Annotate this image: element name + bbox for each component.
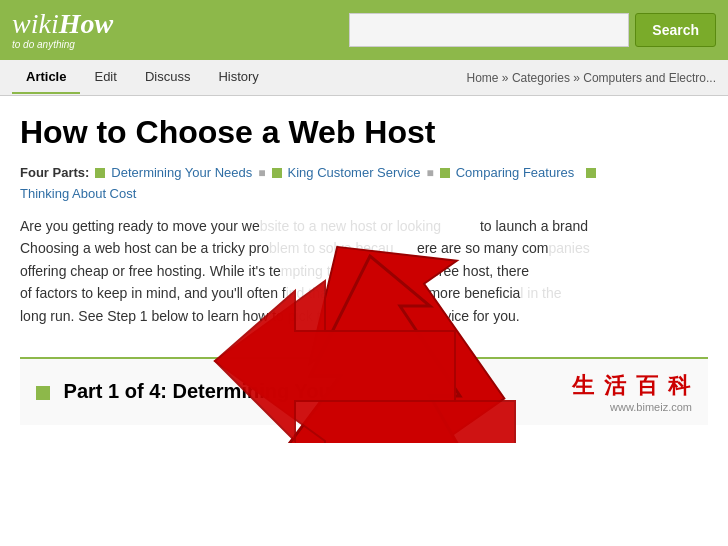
logo[interactable]: wikiHow to do anything (12, 10, 113, 50)
tab-discuss[interactable]: Discuss (131, 61, 205, 94)
article-title: How to Choose a Web Host (20, 114, 708, 151)
four-parts: Four Parts: Determining Your Needs ■ Kin… (20, 165, 708, 201)
logo-tagline: to do anything (12, 40, 113, 50)
part-link-2[interactable]: King Customer Service (288, 165, 421, 180)
tab-history[interactable]: History (204, 61, 272, 94)
breadcrumb-categories[interactable]: Categories (512, 71, 570, 85)
search-area: Search (349, 13, 716, 47)
breadcrumb-current: Computers and Electro... (583, 71, 716, 85)
site-url: www.bimeiz.com (572, 401, 692, 413)
tab-edit[interactable]: Edit (80, 61, 130, 94)
nav-left: Article Edit Discuss History (12, 61, 273, 94)
tab-article[interactable]: Article (12, 61, 80, 94)
part-link-1[interactable]: Determining Your Needs (111, 165, 252, 180)
article-content: How to Choose a Web Host Four Parts: Det… (0, 96, 728, 443)
nav-tabs: Article Edit Discuss History Home » Cate… (0, 60, 728, 96)
site-header: wikiHow to do anything Search (0, 0, 728, 60)
search-button[interactable]: Search (635, 13, 716, 47)
intro-text: Are you getting ready to move your websi… (20, 215, 708, 327)
logo-text: wikiHow (12, 10, 113, 38)
part3-square (440, 168, 450, 178)
search-input[interactable] (349, 13, 629, 47)
part-link-3[interactable]: Comparing Features (456, 165, 575, 180)
four-parts-label: Four Parts: (20, 165, 89, 180)
part1-square (95, 168, 105, 178)
part1-title: Part 1 of 4: Determining Your Needs (36, 380, 404, 403)
intro-paragraph: Are you getting ready to move your websi… (20, 215, 708, 327)
breadcrumb-home[interactable]: Home (467, 71, 499, 85)
part1-title-square (36, 386, 50, 400)
logo-wiki: wiki (12, 10, 59, 38)
chinese-watermark: 生 活 百 科 (572, 371, 692, 401)
part-link-4[interactable]: Thinking About Cost (20, 186, 136, 201)
breadcrumb: Home » Categories » Computers and Electr… (467, 71, 717, 85)
part2-square (272, 168, 282, 178)
part1-section: Part 1 of 4: Determining Your Needs 生 活 … (20, 357, 708, 425)
watermark-area: 生 活 百 科 www.bimeiz.com (572, 371, 692, 413)
part4-square (586, 168, 596, 178)
logo-how: How (59, 10, 113, 38)
